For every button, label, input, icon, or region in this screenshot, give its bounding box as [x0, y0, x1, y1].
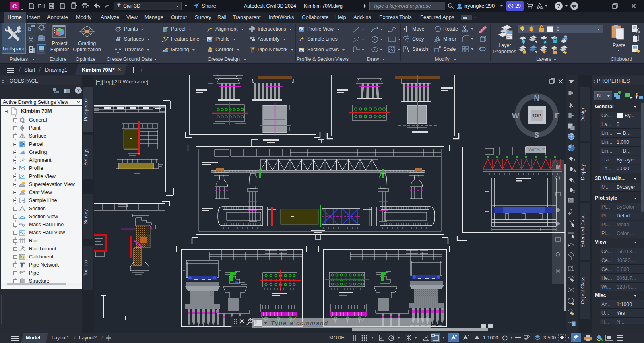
svg-text:TOP: TOP — [532, 113, 541, 118]
svg-text:[−][Top][2D Wireframe]: [−][Top][2D Wireframe] — [96, 79, 148, 85]
svg-text:Type a command: Type a command — [271, 320, 328, 326]
svg-text:A: A — [574, 169, 576, 173]
svg-text:S: S — [534, 131, 539, 139]
svg-text:WCS: WCS — [528, 147, 540, 153]
svg-text:E: E — [555, 112, 560, 120]
svg-text:W: W — [512, 112, 519, 120]
svg-text:N: N — [534, 94, 539, 102]
